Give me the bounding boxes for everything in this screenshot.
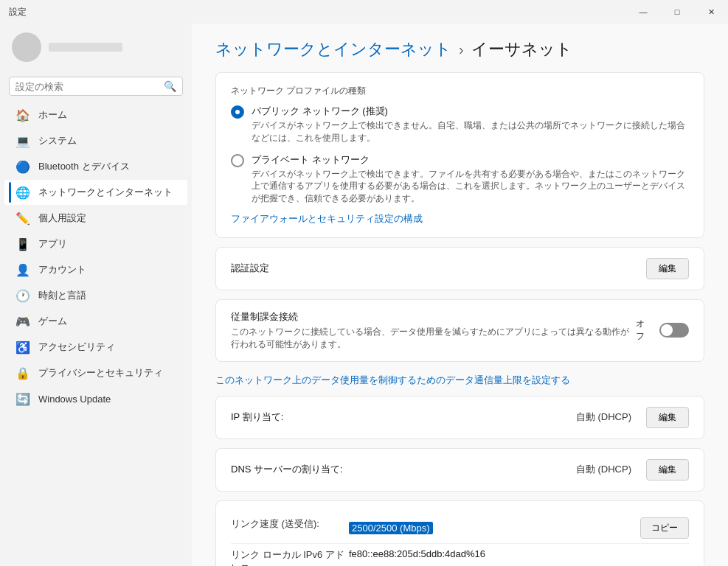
sidebar-item-update[interactable]: 🔄 Windows Update: [4, 386, 187, 411]
metered-toggle[interactable]: オフ: [636, 318, 689, 343]
breadcrumb-parent[interactable]: ネットワークとインターネット: [215, 38, 451, 60]
sidebar-item-label: Windows Update: [38, 394, 111, 405]
sidebar-item-privacy[interactable]: 🔒 プライバシーとセキュリティ: [4, 360, 187, 385]
ip-value: 自動 (DHCP): [576, 410, 631, 424]
sidebar-item-accounts[interactable]: 👤 アカウント: [4, 257, 187, 282]
sidebar-item-label: 個人用設定: [38, 212, 86, 225]
sidebar-item-label: ホーム: [38, 108, 67, 122]
auth-label-group: 認証設定: [231, 262, 269, 275]
maximize-button[interactable]: □: [660, 0, 694, 24]
public-network-radio[interactable]: [231, 105, 244, 119]
toggle-switch[interactable]: [659, 323, 689, 338]
private-network-title: プライベート ネットワーク: [252, 153, 689, 167]
public-network-text: パブリック ネットワーク (推奨) デバイスがネットワーク上で検出できません。自…: [252, 105, 689, 144]
minimize-button[interactable]: —: [626, 0, 660, 24]
dns-label: DNS サーバーの割り当て:: [231, 463, 343, 476]
ipv6-row: リンク ローカル IPv6 アドレス: fe80::ee88:205d:5ddb…: [231, 544, 689, 566]
dns-value: 自動 (DHCP): [576, 463, 631, 476]
accounts-icon: 👤: [16, 263, 30, 276]
page-header: ネットワークとインターネット › イーサネット: [192, 24, 728, 72]
ipv6-key: リンク ローカル IPv6 アドレス:: [231, 548, 349, 566]
ip-label-group: IP 割り当て:: [231, 410, 283, 424]
close-button[interactable]: ✕: [694, 0, 728, 24]
firewall-link[interactable]: ファイアウォールとセキュリティ設定の構成: [231, 212, 423, 226]
toggle-label: オフ: [636, 318, 654, 343]
public-network-desc: デバイスがネットワーク上で検出できません。自宅、職場、または公共の場所でネットワ…: [252, 119, 689, 144]
accessibility-icon: ♿: [16, 340, 30, 354]
ip-settings-row: IP 割り当て: 自動 (DHCP) 編集: [215, 396, 704, 439]
ip-label: IP 割り当て:: [231, 410, 283, 424]
breadcrumb-current: イーサネット: [471, 38, 572, 60]
sidebar-item-bluetooth[interactable]: 🔵 Bluetooth とデバイス: [4, 154, 187, 179]
window: 設定 — □ ✕ 🔍 🏠 ホーム: [0, 0, 728, 566]
auth-edit-button[interactable]: 編集: [646, 258, 689, 279]
ipv6-value: fe80::ee88:205d:5ddb:4dad%16: [349, 548, 689, 559]
sidebar: 🔍 🏠 ホーム 💻 システム 🔵 Bluetooth とデバイス 🌐: [0, 24, 192, 566]
titlebar: 設定 — □ ✕: [0, 0, 728, 24]
profile-name-placeholder: [49, 43, 122, 52]
public-network-option[interactable]: パブリック ネットワーク (推奨) デバイスがネットワーク上で検出できません。自…: [231, 105, 689, 144]
main-content: ネットワーク プロファイルの種類 パブリック ネットワーク (推奨) デバイスが…: [192, 72, 728, 566]
sidebar-item-personalize[interactable]: ✏️ 個人用設定: [4, 206, 187, 231]
sidebar-item-label: プライバシーとセキュリティ: [38, 366, 163, 380]
dns-settings-row: DNS サーバーの割り当て: 自動 (DHCP) 編集: [215, 448, 704, 492]
link-speed-copy-button[interactable]: コピー: [640, 517, 689, 539]
info-card: リンク速度 (送受信): 2500/2500 (Mbps) コピー リンク ロー…: [215, 500, 704, 566]
private-network-text: プライベート ネットワーク デバイスがネットワーク上で検出できます。ファイルを共…: [252, 153, 689, 205]
sidebar-item-label: Bluetooth とデバイス: [38, 160, 130, 173]
sidebar-item-label: アクセシビリティ: [38, 340, 115, 354]
link-speed-row: リンク速度 (送受信): 2500/2500 (Mbps) コピー: [231, 513, 689, 544]
metered-desc: このネットワークに接続している場合、データ使用量を減らすためにアプリによっては異…: [231, 326, 636, 351]
sidebar-profile: [0, 27, 192, 74]
network-profile-label: ネットワーク プロファイルの種類: [231, 85, 689, 97]
sidebar-item-home[interactable]: 🏠 ホーム: [4, 102, 187, 127]
ip-edit-button[interactable]: 編集: [646, 407, 689, 428]
search-input[interactable]: [15, 81, 159, 92]
avatar: [12, 32, 41, 62]
data-limit-link[interactable]: このネットワーク上のデータ使用量を制御するためのデータ通信量上限を設定する: [215, 374, 570, 387]
window-title: 設定: [9, 6, 27, 18]
link-speed-key: リンク速度 (送受信):: [231, 517, 349, 531]
network-icon: 🌐: [16, 186, 30, 199]
search-icon: 🔍: [164, 80, 176, 92]
nav-list: 🏠 ホーム 💻 システム 🔵 Bluetooth とデバイス 🌐 ネットワークと…: [0, 102, 192, 412]
metered-label: 従量制課金接続: [231, 310, 636, 324]
gaming-icon: 🎮: [16, 315, 30, 328]
public-network-title: パブリック ネットワーク (推奨): [252, 105, 689, 118]
dns-label-group: DNS サーバーの割り当て:: [231, 463, 343, 476]
metered-settings-row: 従量制課金接続 このネットワークに接続している場合、データ使用量を減らすためにア…: [215, 299, 704, 362]
private-network-option[interactable]: プライベート ネットワーク デバイスがネットワーク上で検出できます。ファイルを共…: [231, 153, 689, 205]
link-speed-highlighted: 2500/2500 (Mbps): [349, 522, 433, 534]
metered-label-group: 従量制課金接続 このネットワークに接続している場合、データ使用量を減らすためにア…: [231, 310, 636, 351]
main-panel: ネットワークとインターネット › イーサネット ネットワーク プロファイルの種類…: [192, 24, 728, 566]
dns-edit-button[interactable]: 編集: [646, 459, 689, 481]
system-icon: 💻: [16, 134, 30, 147]
sidebar-item-label: ゲーム: [38, 315, 67, 328]
private-network-desc: デバイスがネットワーク上で検出できます。ファイルを共有する必要がある場合や、また…: [252, 168, 689, 205]
sidebar-item-label: ネットワークとインターネット: [38, 186, 173, 199]
sidebar-item-gaming[interactable]: 🎮 ゲーム: [4, 309, 187, 334]
sidebar-item-label: アカウント: [38, 263, 86, 276]
bluetooth-icon: 🔵: [16, 160, 30, 173]
content-area: 🔍 🏠 ホーム 💻 システム 🔵 Bluetooth とデバイス 🌐: [0, 24, 728, 566]
privacy-icon: 🔒: [16, 366, 30, 380]
sidebar-item-network[interactable]: 🌐 ネットワークとインターネット: [4, 180, 187, 205]
sidebar-item-accessibility[interactable]: ♿ アクセシビリティ: [4, 335, 187, 360]
network-profile-card: ネットワーク プロファイルの種類 パブリック ネットワーク (推奨) デバイスが…: [215, 72, 704, 238]
breadcrumb-separator: ›: [459, 41, 464, 58]
sidebar-item-apps[interactable]: 📱 アプリ: [4, 231, 187, 256]
sidebar-item-label: 時刻と言語: [38, 289, 86, 302]
auth-settings-row: 認証設定 編集: [215, 247, 704, 290]
apps-icon: 📱: [16, 237, 30, 251]
search-box[interactable]: 🔍: [9, 77, 183, 96]
personalize-icon: ✏️: [16, 212, 30, 225]
sidebar-item-label: アプリ: [38, 237, 67, 251]
sidebar-item-system[interactable]: 💻 システム: [4, 128, 187, 153]
auth-label: 認証設定: [231, 262, 269, 275]
network-profile-radio-group: パブリック ネットワーク (推奨) デバイスがネットワーク上で検出できません。自…: [231, 105, 689, 205]
sidebar-item-time[interactable]: 🕐 時刻と言語: [4, 283, 187, 308]
update-icon: 🔄: [16, 392, 30, 405]
sidebar-item-label: システム: [38, 134, 77, 147]
private-network-radio[interactable]: [231, 154, 244, 167]
time-icon: 🕐: [16, 289, 30, 302]
